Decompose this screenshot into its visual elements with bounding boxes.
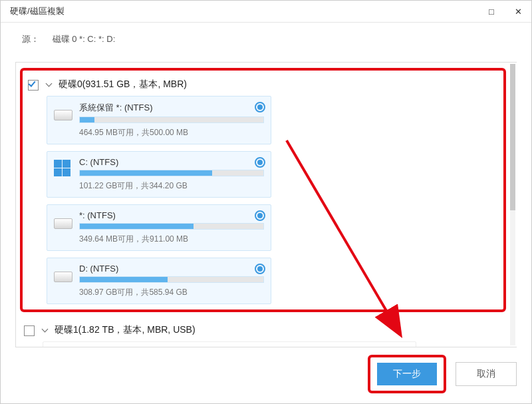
disk-list-panel: 硬碟0(931.51 GB，基本, MBR)系統保留 *: (NTFS)464.… [15,62,517,347]
drive-icon [54,213,72,232]
close-button[interactable]: ✕ [505,1,531,22]
partition-name: *: (NTFS) [79,210,264,220]
windows-icon [54,160,72,178]
disk-header-label: 硬碟1(1.82 TB，基本, MBR, USB) [55,324,196,336]
maximize-button[interactable]: □ [478,1,505,22]
source-row: 源： 磁碟 0 *: C: *: D: [1,23,531,51]
disk-header-label: 硬碟0(931.51 GB，基本, MBR) [59,79,187,91]
partition-usage-text: 101.22 GB可用，共344.20 GB [79,180,264,192]
partition-card[interactable]: 系統保留 *: (NTFS)464.95 MB可用，共500.00 MB [47,96,271,144]
next-button-highlight: 下一步 [368,355,446,393]
partition-usage-text: 308.97 GB可用，共585.94 GB [79,287,264,298]
usage-bar [79,276,264,283]
window-title: 硬碟/磁區複製 [1,5,65,17]
window-controls: □ ✕ [478,1,531,22]
usage-bar [79,170,264,176]
titlebar: 硬碟/磁區複製 □ ✕ [1,1,531,23]
partition-radio[interactable] [255,157,265,168]
chevron-down-icon [43,327,49,333]
partition-card[interactable]: C: (NTFS)101.22 GB可用，共344.20 GB [47,151,271,198]
partition-radio[interactable] [255,264,265,274]
disk-checkbox[interactable] [28,80,39,91]
scrollbar[interactable] [510,64,515,345]
scrollbar-thumb[interactable] [510,64,515,210]
source-label: 源： [22,34,39,44]
drive-icon [54,266,72,285]
partition-name: C: (NTFS) [79,157,264,167]
disk-checkbox[interactable] [24,325,35,336]
usage-bar [79,116,264,123]
partition-usage-text: 464.95 MB可用，共500.00 MB [79,127,264,138]
disk-header[interactable]: 硬碟0(931.51 GB，基本, MBR) [47,79,495,91]
partition-list: F: (Other)1.82 TB可用，共1.82 TB [43,341,502,347]
partition-card[interactable]: F: (Other)1.82 TB可用，共1.82 TB [43,341,416,347]
partition-radio[interactable] [255,102,265,112]
partition-radio[interactable] [255,210,265,221]
disk-header[interactable]: 硬碟1(1.82 TB，基本, MBR, USB) [43,324,502,336]
drive-icon [54,104,72,123]
cancel-button[interactable]: 取消 [456,362,517,386]
disk-group-0: 硬碟0(931.51 GB，基本, MBR)系統保留 *: (NTFS)464.… [20,68,506,312]
partition-name: D: (NTFS) [79,264,264,274]
partition-usage-text: 349.64 MB可用，共911.00 MB [79,234,264,245]
partition-card[interactable]: *: (NTFS)349.64 MB可用，共911.00 MB [47,204,271,251]
partition-name: 系統保留 *: (NTFS) [79,102,264,114]
disk-group-1: 硬碟1(1.82 TB，基本, MBR, USB)F: (Other)1.82 … [16,313,510,347]
chevron-down-icon [47,81,53,88]
disk-list: 硬碟0(931.51 GB，基本, MBR)系統保留 *: (NTFS)464.… [16,63,510,347]
dialog-window: { "window": { "title": "硬碟/磁區複製" }, "sou… [0,0,532,404]
partition-card[interactable]: D: (NTFS)308.97 GB可用，共585.94 GB [47,258,271,304]
usage-bar [79,223,264,230]
partition-list: 系統保留 *: (NTFS)464.95 MB可用，共500.00 MBC: (… [47,96,495,304]
footer: 下一步 取消 [15,354,517,394]
source-value: 磁碟 0 *: C: *: D: [53,34,116,44]
next-button[interactable]: 下一步 [377,363,437,385]
